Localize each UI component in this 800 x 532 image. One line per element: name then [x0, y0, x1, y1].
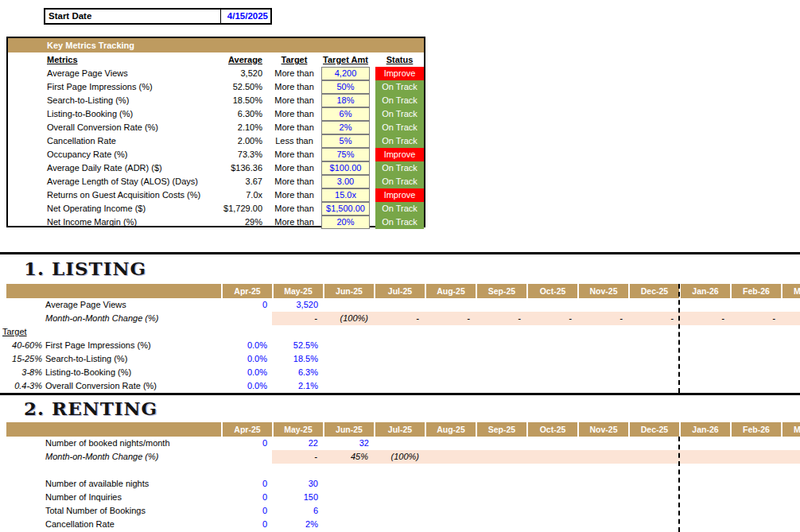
metric-target-direction: Less than — [267, 134, 321, 148]
start-date-box: Start Date 4/15/2025 — [44, 8, 272, 25]
status-badge: On Track — [375, 121, 424, 134]
metric-target-amount-cell[interactable]: 75% — [321, 148, 370, 161]
metric-label: Overall Conversion Rate (%) — [47, 121, 221, 134]
target-range-label: 15-25% — [0, 352, 42, 366]
spacer-row — [0, 464, 800, 477]
metric-target-direction: More than — [267, 188, 321, 202]
metric-average: 52.50% — [221, 80, 267, 94]
month-header-cell: Jul-25 — [374, 284, 425, 298]
month-value-cell: - — [679, 312, 730, 325]
month-value-cell: - — [730, 312, 781, 325]
month-value-cell[interactable]: 2% — [272, 518, 323, 531]
month-value-cell: - — [374, 312, 425, 325]
month-value-cell[interactable]: 0 — [221, 491, 272, 504]
month-value-cell[interactable]: 0 — [221, 477, 272, 491]
month-value-cell[interactable]: 6.3% — [272, 366, 323, 379]
metrics-row: Search-to-Listing (%)18.50%More than18%O… — [8, 94, 424, 107]
metric-target-amount-cell[interactable]: $100.00 — [321, 161, 370, 175]
month-value-cell[interactable]: 0 — [221, 298, 272, 312]
month-value-cell: - — [272, 312, 323, 325]
metric-target-amount-cell[interactable]: 18% — [321, 94, 370, 107]
month-value-cell[interactable]: 32 — [323, 437, 374, 450]
month-value-cell[interactable]: 0 — [221, 504, 272, 518]
month-value-cell[interactable]: 0 — [221, 437, 272, 450]
metrics-row: Occupancy Rate (%)73.3%More than75%Impro… — [8, 148, 424, 161]
month-value-cell[interactable]: 22 — [272, 437, 323, 450]
month-value-cell[interactable]: 52.5% — [272, 339, 323, 352]
month-value-cell: - — [526, 312, 577, 325]
month-header-cell: Jul-25 — [374, 422, 425, 437]
month-value-cell[interactable]: 0.0% — [221, 352, 272, 366]
month-header-cell: May-25 — [272, 422, 323, 437]
month-value-cell: - — [628, 312, 679, 325]
status-badge: On Track — [375, 107, 424, 121]
month-header-cell: Jun-25 — [323, 422, 374, 437]
metric-average: 7.0x — [221, 188, 267, 202]
month-value-cell[interactable]: 0.0% — [221, 366, 272, 379]
month-value-cell[interactable]: 30 — [272, 477, 323, 491]
metric-target-amount-cell[interactable]: 15.0x — [321, 188, 370, 202]
month-value-cell: 45% — [323, 450, 374, 464]
target-range-label: 40-60% — [0, 339, 42, 352]
metric-average: 3,520 — [221, 67, 267, 80]
row-label: Listing-to-Booking (%) — [45, 366, 131, 379]
month-value-cell[interactable]: 3,520 — [272, 298, 323, 312]
row-indent — [8, 107, 47, 121]
metric-target-amount-cell[interactable]: 50% — [321, 80, 370, 94]
month-value-cell[interactable]: 0 — [221, 518, 272, 531]
month-header-cell: Oct-25 — [526, 422, 577, 437]
metric-target-amount-cell[interactable]: 6% — [321, 107, 370, 121]
mom-change-row: Month-on-Month Change (%)-(100%)-------- — [0, 312, 800, 325]
header-target: Target — [267, 52, 321, 67]
row-indent — [8, 175, 47, 188]
month-header-cell: Jan-26 — [679, 422, 730, 437]
metric-target-amount-cell[interactable]: 2% — [321, 121, 370, 134]
metrics-row: Cancellation Rate2.00%Less than5%On Trac… — [8, 134, 424, 148]
month-value-cell[interactable]: 18.5% — [272, 352, 323, 366]
month-value-cell[interactable]: 0.0% — [221, 379, 272, 393]
month-value-cell[interactable]: 6 — [272, 504, 323, 518]
row-label: Number of Inquiries — [45, 491, 122, 504]
key-metrics-header-row: Metrics Average Target Target Amt Status — [8, 52, 424, 67]
metrics-row: Average Length of Stay (ALOS) (Days)3.67… — [8, 175, 424, 188]
metric-target-amount-cell[interactable]: 4,200 — [321, 67, 370, 80]
month-header-cell: Apr-25 — [221, 284, 272, 298]
metrics-row: Overall Conversion Rate (%)2.10%More tha… — [8, 121, 424, 134]
month-value-cell[interactable]: 0.0% — [221, 339, 272, 352]
metric-target-amount-cell[interactable]: 5% — [321, 134, 370, 148]
month-header-cell: Dec-25 — [628, 284, 679, 298]
month-value-cell[interactable]: 2.1% — [272, 379, 323, 393]
header-average: Average — [221, 52, 267, 67]
month-value-cell: - — [577, 312, 628, 325]
metric-target-direction: More than — [267, 148, 321, 161]
month-value-cell[interactable]: 150 — [272, 491, 323, 504]
status-badge: On Track — [375, 134, 424, 148]
listing-section-title: 1. LISTING — [24, 258, 146, 279]
month-header-cell: May-25 — [272, 284, 323, 298]
page-break-line — [678, 437, 680, 532]
metric-target-direction: More than — [267, 67, 321, 80]
row-label: Month-on-Month Change (%) — [45, 450, 158, 464]
header-metrics: Metrics — [47, 52, 221, 67]
data-row: 0.4-3%Overall Conversion Rate (%)0.0%2.1… — [0, 379, 800, 393]
metric-average: 6.30% — [221, 107, 267, 121]
status-badge: Improve — [375, 67, 424, 80]
metric-target-amount-cell[interactable]: 3.00 — [321, 175, 370, 188]
metrics-row: Returns on Guest Acquisition Costs (%)7.… — [8, 188, 424, 202]
row-label: Month-on-Month Change (%) — [45, 312, 158, 325]
metric-target-amount-cell[interactable]: 20% — [321, 216, 370, 229]
month-header-cell: Sep-25 — [476, 284, 526, 298]
status-badge: Improve — [375, 188, 424, 202]
metric-target-direction: More than — [267, 161, 321, 175]
start-date-value[interactable]: 4/15/2025 — [220, 10, 270, 23]
status-badge: On Track — [375, 202, 424, 216]
row-label: Number of available nights — [45, 477, 149, 491]
metric-target-amount-cell[interactable]: $1,500.00 — [321, 202, 370, 216]
row-indent — [8, 188, 47, 202]
metric-average: 2.10% — [221, 121, 267, 134]
header-target-amt: Target Amt — [321, 52, 370, 67]
metric-average: 29% — [221, 216, 267, 229]
status-badge: On Track — [375, 80, 424, 94]
metrics-row: Average Page Views3,520More than4,200Imp… — [8, 67, 424, 80]
month-header-cell: Feb-26 — [730, 284, 781, 298]
